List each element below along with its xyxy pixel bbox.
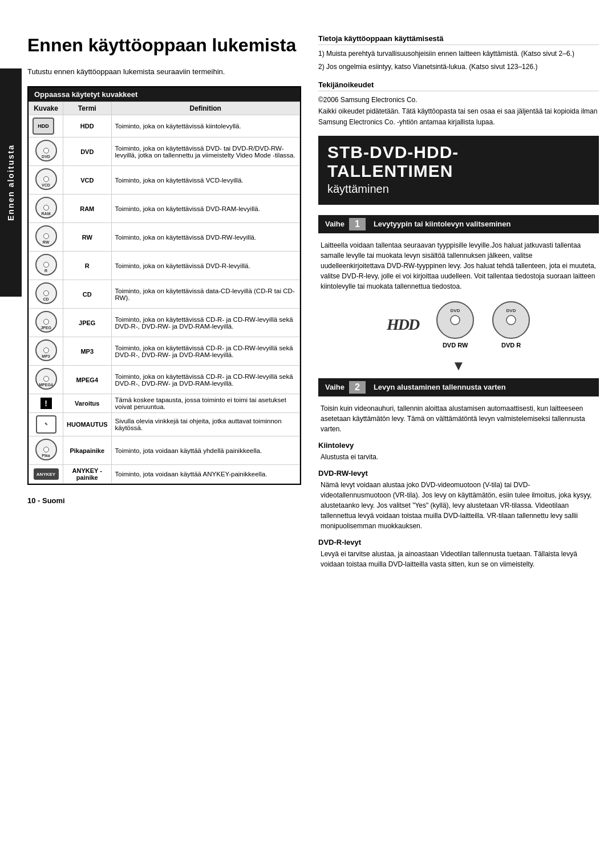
term-cell: RW (63, 223, 112, 252)
definition-cell: Toiminto, joka on käytettävissä CD-R- ja… (111, 337, 300, 366)
note-icon: ✎ (36, 415, 56, 434)
definition-cell: Toiminto, joka on käytettävissä kiintole… (111, 115, 300, 137)
table-row: JPEGJPEGToiminto, joka on käytettävissä … (29, 309, 300, 337)
right-column: Tietoja käyttöoppaan käyttämisestä 1) Mu… (313, 23, 616, 839)
icon-cell: RW (29, 223, 63, 252)
disc-icon: CD (35, 282, 57, 304)
table-row: HDDHDDToiminto, joka on käytettävissä ki… (29, 115, 300, 137)
guide-table: Kuvake Termi Definition HDDHDDToiminto, … (29, 102, 300, 484)
dvd-rw-svg: DVD (436, 301, 475, 339)
icon-cell: MPEG4 (29, 366, 63, 394)
dvd-rw-image: DVD DVD RW (436, 301, 475, 349)
disc-icon: JPEG (35, 311, 57, 333)
term-cell: Pikapainike (63, 436, 112, 465)
dvdrw-title: DVD-RW-levyt (318, 469, 599, 477)
icon-cell: HDD (29, 115, 63, 137)
icon-cell: RAM (29, 195, 63, 223)
warning-icon: ! (40, 398, 52, 409)
col-header-definition: Definition (111, 102, 300, 115)
dvdrw-section: DVD-RW-levyt Nämä levyt voidaan alustaa … (318, 469, 599, 531)
definition-cell: Sivulla olevia vinkkejä tai ohjeita, jot… (111, 413, 300, 436)
svg-text:DVD: DVD (451, 308, 460, 313)
term-cell: R (63, 252, 112, 280)
icon-cell: ! (29, 394, 63, 413)
term-cell: DVD (63, 137, 112, 166)
svg-point-1 (451, 315, 460, 325)
term-cell: HDD (63, 115, 112, 137)
guide-box: Oppaassa käytetyt kuvakkeet Kuvake Termi… (27, 86, 301, 485)
dvdr-text: Levyä ei tarvitse alustaa, ja ainoastaan… (318, 549, 599, 569)
step2-content: Toisin kuin videonauhuri, tallennin aloi… (318, 403, 599, 434)
term-cell: MP3 (63, 337, 112, 366)
stb-title-line2: TALLENTIMEN (327, 161, 590, 180)
disc-icon: Pika (35, 439, 57, 460)
definition-cell: Tämä koskee tapausta, jossa toiminto ei … (111, 394, 300, 413)
hdd-image: HDD (387, 315, 419, 334)
icon-cell: Pika (29, 436, 63, 465)
term-cell: CD (63, 280, 112, 309)
page: Ennen aloitusta Ennen käyttöoppaan lukem… (0, 0, 616, 862)
term-cell: MPEG4 (63, 366, 112, 394)
definition-cell: Toiminto, joka on käytettävissä DVD-RAM-… (111, 195, 300, 223)
step1-number: 1 (349, 218, 366, 230)
page-number: 10 - Suomi (27, 496, 301, 505)
table-row: PikaPikapainikeToiminto, jota voidaan kä… (29, 436, 300, 465)
col-header-termi: Termi (63, 102, 112, 115)
hdd-logo: HDD (387, 315, 419, 334)
anykey-icon: ANYKEY (34, 468, 59, 480)
info-content-2: ©2006 Samsung Electronics Co. Kaikki oik… (318, 95, 599, 128)
table-row: ANYKEYANYKEY -painikeToiminto, jota void… (29, 465, 300, 484)
stb-title-line1: STB-DVD-HDD- (327, 143, 590, 161)
table-row: MP3MP3Toiminto, joka on käytettävissä CD… (29, 337, 300, 366)
icon-cell: VCD (29, 166, 63, 195)
definition-cell: Toiminto, joka on käytettävissä DVD- tai… (111, 137, 300, 166)
hdd-icon: HDD (33, 118, 54, 135)
kiintolevy-text: Alustusta ei tarvita. (318, 452, 599, 462)
dvd-r-svg: DVD (492, 301, 530, 339)
table-row: CDCDToiminto, joka on käytettävissä data… (29, 280, 300, 309)
sidebar-label: Ennen aloitusta (6, 144, 15, 221)
dvd-r-disc: DVD (492, 301, 530, 339)
info-item-1: 1) Muista perehtyä turvallisuusohjeisiin… (318, 48, 599, 59)
table-row: ✎HUOMAUTUSSivulla olevia vinkkejä tai oh… (29, 413, 300, 436)
disc-icon: VCD (35, 168, 57, 190)
info-section-2: Tekijänoikeudet ©2006 Samsung Electronic… (318, 80, 599, 128)
table-row: RRToiminto, joka on käytettävissä DVD-R-… (29, 252, 300, 280)
main-title: Ennen käyttöoppaan lukemista (27, 34, 301, 56)
step1-header: Vaihe 1 Levytyypin tai kiintolevyn valit… (318, 215, 599, 233)
definition-cell: Toiminto, joka on käytettävissä CD-R- ja… (111, 366, 300, 394)
stb-title-line3: käyttäminen (327, 183, 590, 196)
dvdr-section: DVD-R-levyt Levyä ei tarvitse alustaa, j… (318, 538, 599, 569)
info-title-1: Tietoja käyttöoppaan käyttämisestä (318, 34, 599, 45)
table-row: DVDDVDToiminto, joka on käytettävissä DV… (29, 137, 300, 166)
sidebar-tab: Ennen aloitusta (0, 68, 22, 297)
icon-cell: CD (29, 280, 63, 309)
definition-cell: Toiminto, joka on käytettävissä VCD-levy… (111, 166, 300, 195)
table-row: VCDVCDToiminto, joka on käytettävissä VC… (29, 166, 300, 195)
term-cell: Varoitus (63, 394, 112, 413)
icon-cell: ✎ (29, 413, 63, 436)
definition-cell: Toiminto, joka on käytettävissä data-CD-… (111, 280, 300, 309)
disc-icon: RAM (35, 197, 57, 218)
icon-cell: DVD (29, 137, 63, 166)
term-cell: HUOMAUTUS (63, 413, 112, 436)
term-cell: RAM (63, 195, 112, 223)
kiintolevy-section: Kiintolevy Alustusta ei tarvita. (318, 441, 599, 462)
disc-images: HDD DVD DVD RW DVD (318, 301, 599, 349)
table-row: RAMRAMToiminto, joka on käytettävissä DV… (29, 195, 300, 223)
table-row: RWRWToiminto, joka on käytettävissä DVD-… (29, 223, 300, 252)
term-cell: ANYKEY -painike (63, 465, 112, 484)
definition-cell: Toiminto, jota voidaan käyttää yhdellä p… (111, 436, 300, 465)
icon-cell: R (29, 252, 63, 280)
step2-label: Vaihe (325, 383, 345, 391)
step1-label: Vaihe (325, 220, 345, 228)
info-section-1: Tietoja käyttöoppaan käyttämisestä 1) Mu… (318, 34, 599, 72)
info-content-1: 1) Muista perehtyä turvallisuusohjeisiin… (318, 48, 599, 72)
term-cell: JPEG (63, 309, 112, 337)
icon-cell: MP3 (29, 337, 63, 366)
svg-text:DVD: DVD (506, 308, 516, 313)
definition-cell: Toiminto, jota voidaan käyttää ANYKEY-pa… (111, 465, 300, 484)
disc-icon: MPEG4 (35, 368, 57, 390)
table-row: !VaroitusTämä koskee tapausta, jossa toi… (29, 394, 300, 413)
dvd-rw-disc: DVD (436, 301, 475, 339)
